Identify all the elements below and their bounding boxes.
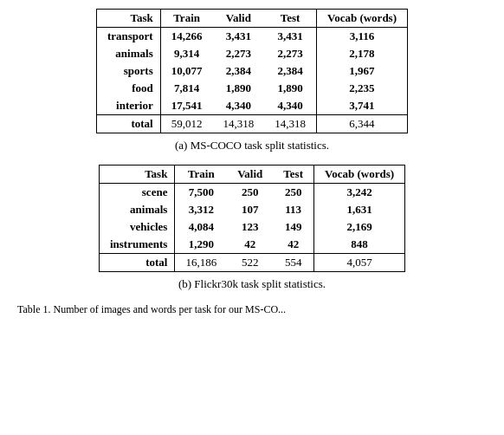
cell-task: transport: [96, 28, 160, 46]
flickr-table: Task Train Valid Test Vocab (words) scen…: [99, 165, 405, 272]
cell-test: 149: [273, 218, 313, 236]
table-row: transport 14,266 3,431 3,431 3,116: [96, 28, 407, 46]
cell-task: vehicles: [99, 218, 174, 236]
cell-train-total: 59,012: [160, 115, 212, 133]
table-row: food 7,814 1,890 1,890 2,235: [96, 80, 407, 97]
bottom-note: Table 1. Number of images and words per …: [17, 303, 487, 316]
cell-task-total: total: [99, 254, 174, 272]
mscoco-caption: (a) MS-COCO task split statistics.: [17, 139, 487, 153]
cell-test: 1,890: [264, 80, 316, 97]
cell-valid: 42: [227, 236, 273, 254]
cell-valid: 3,431: [212, 28, 264, 46]
cell-test: 2,384: [264, 62, 316, 80]
col-task-header-2: Task: [99, 166, 174, 184]
cell-task-total: total: [96, 115, 160, 133]
cell-valid: 1,890: [212, 80, 264, 97]
cell-task: food: [96, 80, 160, 97]
cell-vocab: 3,741: [316, 97, 407, 115]
cell-test: 42: [273, 236, 313, 254]
table-row: vehicles 4,084 123 149 2,169: [99, 218, 404, 236]
cell-train: 9,314: [160, 45, 212, 62]
cell-train: 4,084: [175, 218, 227, 236]
cell-valid: 107: [227, 201, 273, 218]
table-row: animals 9,314 2,273 2,273 2,178: [96, 45, 407, 62]
cell-vocab-total: 4,057: [313, 254, 404, 272]
col-vocab-header: Vocab (words): [316, 10, 407, 28]
cell-train: 3,312: [175, 201, 227, 218]
table-row: sports 10,077 2,384 2,384 1,967: [96, 62, 407, 80]
table-row: instruments 1,290 42 42 848: [99, 236, 404, 254]
table-row: animals 3,312 107 113 1,631: [99, 201, 404, 218]
cell-train: 1,290: [175, 236, 227, 254]
cell-valid-total: 522: [227, 254, 273, 272]
total-row-2: total 16,186 522 554 4,057: [99, 254, 404, 272]
table-row: interior 17,541 4,340 4,340 3,741: [96, 97, 407, 115]
col-train-header: Train: [160, 10, 212, 28]
cell-vocab: 2,235: [316, 80, 407, 97]
cell-vocab: 2,169: [313, 218, 404, 236]
cell-valid: 4,340: [212, 97, 264, 115]
cell-task: scene: [99, 184, 174, 202]
cell-vocab: 1,631: [313, 201, 404, 218]
cell-test: 4,340: [264, 97, 316, 115]
cell-train: 7,500: [175, 184, 227, 202]
cell-train: 7,814: [160, 80, 212, 97]
cell-test-total: 14,318: [264, 115, 316, 133]
col-valid-header: Valid: [212, 10, 264, 28]
cell-test: 250: [273, 184, 313, 202]
cell-task: sports: [96, 62, 160, 80]
cell-train-total: 16,186: [175, 254, 227, 272]
table-row: scene 7,500 250 250 3,242: [99, 184, 404, 202]
col-task-header: Task: [96, 10, 160, 28]
cell-valid-total: 14,318: [212, 115, 264, 133]
cell-vocab: 3,116: [316, 28, 407, 46]
cell-vocab: 3,242: [313, 184, 404, 202]
cell-valid: 2,384: [212, 62, 264, 80]
col-train-header-2: Train: [175, 166, 227, 184]
col-vocab-header-2: Vocab (words): [313, 166, 404, 184]
cell-task: animals: [96, 45, 160, 62]
col-test-header: Test: [264, 10, 316, 28]
cell-task: instruments: [99, 236, 174, 254]
cell-valid: 2,273: [212, 45, 264, 62]
cell-valid: 250: [227, 184, 273, 202]
cell-test-total: 554: [273, 254, 313, 272]
total-row: total 59,012 14,318 14,318 6,344: [96, 115, 407, 133]
mscoco-table: Task Train Valid Test Vocab (words) tran…: [96, 9, 408, 133]
flickr-caption: (b) Flickr30k task split statistics.: [17, 277, 487, 291]
cell-train: 14,266: [160, 28, 212, 46]
cell-vocab-total: 6,344: [316, 115, 407, 133]
cell-task: interior: [96, 97, 160, 115]
cell-vocab: 1,967: [316, 62, 407, 80]
cell-valid: 123: [227, 218, 273, 236]
cell-test: 3,431: [264, 28, 316, 46]
cell-test: 2,273: [264, 45, 316, 62]
cell-train: 10,077: [160, 62, 212, 80]
cell-vocab: 848: [313, 236, 404, 254]
cell-task: animals: [99, 201, 174, 218]
cell-train: 17,541: [160, 97, 212, 115]
col-valid-header-2: Valid: [227, 166, 273, 184]
cell-vocab: 2,178: [316, 45, 407, 62]
cell-test: 113: [273, 201, 313, 218]
col-test-header-2: Test: [273, 166, 313, 184]
